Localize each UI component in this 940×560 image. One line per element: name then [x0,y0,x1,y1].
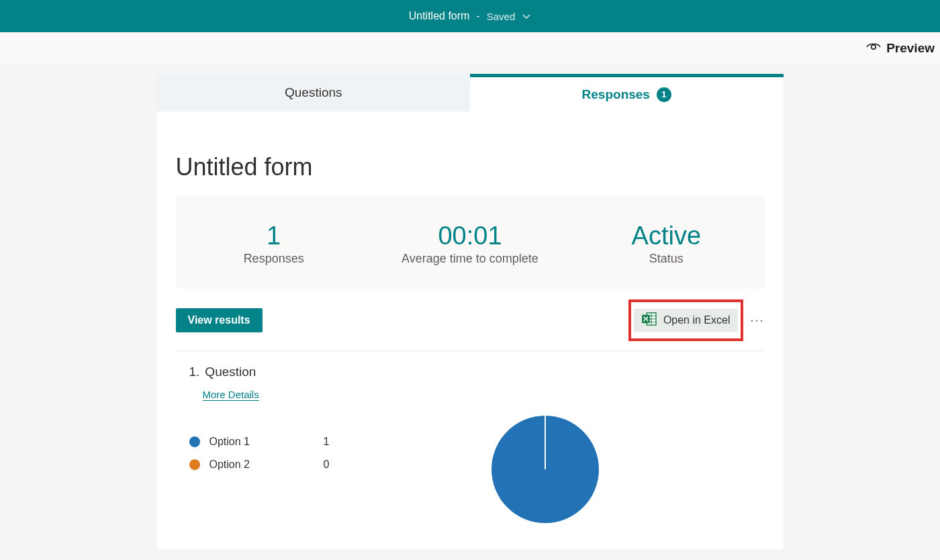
stats-panel: 1 Responses 00:01 Average time to comple… [176,196,765,289]
tab-bar: Questions Responses 1 [157,74,784,111]
more-details-link[interactable]: More Details [203,389,259,401]
save-status: Saved [487,11,516,22]
stat-status-value: Active [568,222,764,250]
eye-icon [866,41,881,56]
stat-responses: 1 Responses [176,222,372,266]
legend-label: Option 2 [209,459,324,471]
separator: - [476,10,479,22]
excel-icon [642,312,657,328]
open-in-excel-button[interactable]: Open in Excel [634,309,739,332]
legend-label: Option 1 [209,436,324,448]
pie-slice-divider [545,416,546,469]
open-excel-highlight: Open in Excel [628,299,744,341]
stat-status: Active Status [568,222,764,266]
form-card: Questions Responses 1 Untitled form 1 Re… [157,74,784,550]
tab-questions[interactable]: Questions [157,74,471,111]
view-results-button[interactable]: View results [176,308,263,332]
stat-avg-time-label: Average time to complete [372,252,568,266]
command-bar: Preview [0,32,940,64]
legend-count: 0 [324,459,330,471]
actions-row: View results O [157,289,784,351]
response-count-badge: 1 [657,87,671,102]
svg-point-0 [872,45,876,49]
preview-button[interactable]: Preview [866,41,935,56]
chevron-down-icon[interactable] [522,11,531,21]
legend: Option 1 1 Option 2 0 [189,436,444,481]
stat-status-label: Status [568,252,764,266]
legend-item: Option 2 0 [189,459,444,471]
title-bar: Untitled form - Saved [0,0,940,32]
question-number: 1. [189,365,200,379]
form-title-header[interactable]: Untitled form [409,10,470,22]
open-excel-label: Open in Excel [663,314,731,326]
question-1: 1. Question More Details Option 1 1 Opti… [157,351,784,550]
question-title: Question [205,365,256,379]
stat-responses-label: Responses [176,252,372,266]
page-title: Untitled form [157,111,784,196]
pie-chart [491,416,599,523]
more-options-button[interactable]: ··· [750,314,764,328]
legend-item: Option 1 1 [189,436,444,448]
tab-responses[interactable]: Responses 1 [470,74,784,111]
swatch-icon [189,436,200,447]
stat-avg-time: 00:01 Average time to complete [372,222,568,266]
stat-avg-time-value: 00:01 [372,222,568,250]
preview-label: Preview [886,41,935,56]
swatch-icon [189,459,200,470]
stat-responses-value: 1 [176,222,372,250]
legend-count: 1 [324,436,330,448]
